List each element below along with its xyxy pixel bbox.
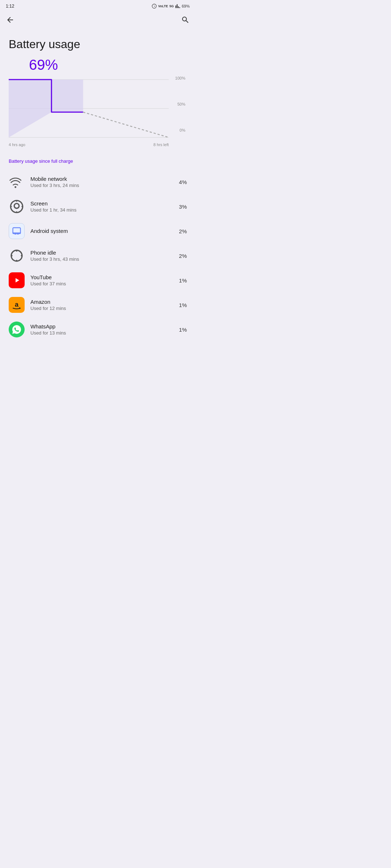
svg-marker-13 [16, 278, 19, 282]
item-icon-youtube [9, 272, 25, 288]
item-percent: 4% [179, 179, 187, 185]
status-time: 1:12 [6, 4, 14, 9]
svg-text:a: a [15, 301, 19, 308]
list-item[interactable]: Phone idle Used for 3 hrs, 43 mins 2% [0, 243, 196, 268]
item-subtitle: Used for 13 mins [30, 330, 179, 336]
item-subtitle: Used for 3 hrs, 24 mins [30, 183, 179, 188]
item-percent: 3% [179, 204, 187, 210]
item-name: Amazon [30, 299, 179, 305]
list-item[interactable]: Screen Used for 1 hr, 34 mins 3% [0, 194, 196, 219]
battery-chart: 100% 50% 0% 4 hrs ago 8 hrs left [0, 76, 196, 147]
item-name: Android system [30, 228, 179, 234]
app-bar [0, 11, 196, 29]
svg-point-9 [16, 250, 17, 252]
item-name: Mobile network [30, 176, 179, 182]
back-button[interactable] [6, 16, 14, 24]
item-subtitle: Used for 3 hrs, 43 mins [30, 256, 179, 262]
item-text: Mobile network Used for 3 hrs, 24 mins [30, 176, 179, 188]
item-text: YouTube Used for 37 mins [30, 274, 179, 286]
section-header: Battery usage since full charge [0, 156, 196, 170]
item-percent: 1% [179, 327, 187, 333]
item-icon-signal [9, 174, 25, 190]
svg-point-12 [21, 255, 22, 256]
item-icon-screen [9, 199, 25, 214]
item-subtitle: Used for 1 hr, 34 mins [30, 207, 179, 213]
search-button[interactable] [181, 16, 190, 24]
item-icon-phone_idle [9, 248, 25, 264]
svg-point-11 [11, 255, 13, 256]
item-text: Android system [30, 228, 179, 235]
status-bar: 1:12 VoLTE 5G 69% [0, 0, 196, 11]
svg-rect-7 [14, 234, 16, 234]
svg-rect-8 [17, 234, 19, 234]
list-item[interactable]: WhatsApp Used for 13 mins 1% [0, 317, 196, 342]
item-percent: 2% [179, 253, 187, 259]
svg-marker-3 [9, 80, 51, 137]
chart-y-labels: 100% 50% 0% [169, 76, 187, 141]
battery-percent: 69% [0, 57, 196, 73]
item-percent: 2% [179, 228, 187, 234]
item-name: Screen [30, 200, 179, 207]
item-icon-android [9, 223, 25, 239]
list-item[interactable]: Android system 2% [0, 219, 196, 243]
item-text: Amazon Used for 12 mins [30, 299, 179, 311]
svg-marker-4 [51, 80, 83, 112]
page-title: Battery usage [0, 29, 196, 57]
item-subtitle: Used for 12 mins [30, 306, 179, 311]
item-text: Phone idle Used for 3 hrs, 43 mins [30, 250, 179, 262]
battery-usage-list: Mobile network Used for 3 hrs, 24 mins 4… [0, 170, 196, 342]
list-item[interactable]: YouTube Used for 37 mins 1% [0, 268, 196, 293]
list-item[interactable]: Mobile network Used for 3 hrs, 24 mins 4… [0, 170, 196, 194]
item-name: WhatsApp [30, 323, 179, 329]
item-percent: 1% [179, 302, 187, 308]
item-name: Phone idle [30, 250, 179, 256]
item-text: WhatsApp Used for 13 mins [30, 323, 179, 336]
item-icon-amazon: a [9, 297, 25, 313]
chart-x-labels: 4 hrs ago 8 hrs left [9, 142, 187, 147]
item-subtitle: Used for 37 mins [30, 281, 179, 286]
item-icon-whatsapp [9, 322, 25, 337]
item-name: YouTube [30, 274, 179, 280]
item-text: Screen Used for 1 hr, 34 mins [30, 200, 179, 213]
svg-point-10 [16, 260, 17, 261]
status-icons: VoLTE 5G 69% [152, 4, 190, 9]
item-percent: 1% [179, 277, 187, 284]
list-item[interactable]: a Amazon Used for 12 mins 1% [0, 293, 196, 317]
